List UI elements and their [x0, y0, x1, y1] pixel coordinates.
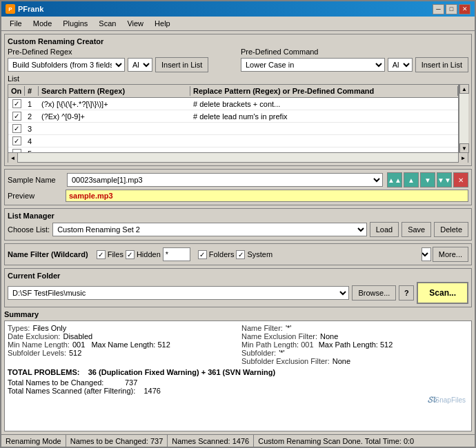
- files-checkbox[interactable]: [97, 250, 106, 259]
- nav-down-button[interactable]: ▼: [420, 172, 435, 187]
- status-names-to-change: Names to be Changed: 737: [66, 435, 168, 447]
- wildcard-input[interactable]: [163, 247, 190, 261]
- nav-down-down-button[interactable]: ▼▼: [437, 172, 452, 187]
- menu-file[interactable]: File: [4, 18, 28, 29]
- date-excl-label: Date Exclusion:: [8, 332, 60, 340]
- subfolder-levels-label: Subfolder Levels:: [8, 349, 66, 357]
- table-row[interactable]: 1 (?x) [\{\(\[+.*?[\]\}\)]+ # delete bra…: [8, 98, 458, 110]
- row1-replace: # delete brackets + cont...: [190, 99, 458, 109]
- name-filter-sum-label: Name Filter:: [241, 324, 283, 332]
- total-scanned-line: Total Names Scanned (after Filtering): 1…: [8, 387, 468, 395]
- col-on: On: [8, 86, 25, 96]
- scroll-right-button[interactable]: ►: [458, 153, 468, 163]
- list-manager-title: List Manager: [8, 212, 468, 220]
- col-num: #: [25, 86, 39, 96]
- load-button[interactable]: Load: [370, 222, 399, 237]
- current-folder-group: Current Folder D:\SF TestFiles\music Bro…: [4, 268, 472, 307]
- nav-up-up-button[interactable]: ▲▲: [387, 172, 402, 187]
- scan-button[interactable]: Scan...: [417, 282, 468, 304]
- browse-button[interactable]: Browse...: [352, 285, 396, 301]
- table-row[interactable]: 5: [8, 147, 458, 152]
- subfolder-label: Subfolder:: [241, 349, 276, 357]
- table-row[interactable]: 3: [8, 123, 458, 135]
- menu-plugins[interactable]: Plugins: [57, 18, 93, 29]
- h-scrollbar[interactable]: ◄ ►: [8, 153, 468, 163]
- col-replace: Replace Pattern (Regex) or Pre-Defined C…: [190, 86, 458, 96]
- hidden-checkbox[interactable]: [126, 250, 135, 259]
- maximize-button[interactable]: □: [446, 4, 457, 14]
- list-body: 1 (?x) [\{\(\[+.*?[\]\}\)]+ # delete bra…: [8, 98, 458, 152]
- row1-num: 1: [25, 99, 39, 109]
- status-message: Custom Renaming Scan Done. Total Time: 0…: [254, 435, 475, 447]
- name-filter-label: Name Filter (Wildcard): [8, 250, 88, 258]
- pre-defined-regex-all[interactable]: All: [128, 58, 152, 72]
- pre-defined-regex-insert-button[interactable]: Insert in List: [155, 57, 208, 72]
- scroll-down-button[interactable]: ▼: [459, 143, 469, 153]
- min-path-value: Max Path Length: 512: [317, 340, 393, 349]
- pre-defined-regex-label: Pre-Defined Regex: [8, 48, 235, 56]
- min-path-label: Min Path Length: 001: [241, 340, 314, 349]
- filter-checkboxes: Files Hidden Folders System: [97, 247, 272, 261]
- pre-defined-regex-dropdown[interactable]: Build Subfolders (from 3 fields s: [8, 58, 125, 72]
- row1-search: (?x) [\{\(\[+.*?[\]\}\)]+: [39, 99, 190, 109]
- name-filter-group: Name Filter (Wildcard) Files Hidden Fold…: [4, 243, 472, 265]
- subfolder-levels-value: 512: [69, 349, 81, 357]
- list-area: On # Search Pattern (Regex) Replace Patt…: [8, 84, 459, 153]
- table-row[interactable]: 2 (?Ex) ^[0-9]+ # delete lead num's in p…: [8, 110, 458, 123]
- total-scanned-label: Total Names Scanned (after Filtering):: [8, 387, 135, 395]
- scroll-up-button[interactable]: ▲: [459, 84, 469, 94]
- row5-checkbox[interactable]: [12, 149, 21, 152]
- more-button[interactable]: More...: [433, 247, 468, 262]
- sample-name-dropdown[interactable]: 00023sample[1].mp3: [67, 173, 383, 187]
- status-mode: Renaming Mode: [1, 435, 66, 447]
- name-filter-row: Name Filter (Wildcard) Files Hidden Fold…: [8, 247, 468, 262]
- list-manager-group: List Manager Choose List: Custom Renamin…: [4, 208, 472, 241]
- help-button[interactable]: ?: [399, 285, 414, 301]
- menu-mode[interactable]: Mode: [28, 18, 58, 29]
- list-scrollbar[interactable]: ▲ ▼: [459, 84, 468, 153]
- summary-section: Summary Types:Files Only Date Exclusion:…: [4, 310, 472, 431]
- close-button[interactable]: ✕: [459, 4, 470, 14]
- table-row[interactable]: 4: [8, 135, 458, 147]
- row2-search: (?Ex) ^[0-9]+: [39, 112, 190, 121]
- nav-delete-button[interactable]: ✕: [453, 172, 468, 187]
- pre-defined-command-insert-button[interactable]: Insert in List: [415, 57, 468, 72]
- menu-help[interactable]: Help: [149, 18, 176, 29]
- folders-checkbox[interactable]: [198, 250, 207, 259]
- row4-num: 4: [25, 136, 39, 146]
- name-excl-value: None: [320, 332, 338, 340]
- pre-defined-command-dropdown[interactable]: Lower Case in: [241, 58, 385, 72]
- minimize-button[interactable]: ─: [433, 4, 444, 14]
- row2-num: 2: [25, 112, 39, 121]
- hidden-label: Hidden: [137, 250, 161, 258]
- save-button[interactable]: Save: [401, 222, 431, 237]
- row4-replace: [190, 141, 458, 142]
- nav-up-button[interactable]: ▲: [404, 172, 419, 187]
- menu-view[interactable]: View: [121, 18, 149, 29]
- subfolder-value: '*': [279, 349, 284, 357]
- pre-defined-command-all[interactable]: All: [388, 58, 413, 72]
- row4-checkbox[interactable]: [12, 136, 21, 145]
- filter-extra-dropdown[interactable]: [422, 247, 431, 261]
- title-bar-controls: ─ □ ✕: [433, 4, 470, 14]
- scroll-left-button[interactable]: ◄: [8, 153, 18, 163]
- delete-button[interactable]: Delete: [434, 222, 468, 237]
- system-checkbox[interactable]: [236, 250, 245, 259]
- custom-renaming-title: Custom Renaming Creator: [8, 37, 468, 45]
- summary-grid: Types:Files Only Date Exclusion:Disabled…: [8, 324, 468, 365]
- total-problems-value: 36 (Duplication Fixed Warning) + 361 (SV…: [88, 368, 275, 376]
- pre-defined-regex-section: Pre-Defined Regex Build Subfolders (from…: [8, 48, 235, 72]
- sample-name-row: Sample Name 00023sample[1].mp3 ▲▲ ▲ ▼ ▼▼…: [8, 172, 468, 187]
- preview-label: Preview: [8, 192, 63, 200]
- choose-list-dropdown[interactable]: Custom Renaming Set 2: [52, 223, 366, 236]
- pre-defined-command-label: Pre-Defined Command: [241, 48, 468, 56]
- row3-checkbox[interactable]: [12, 124, 21, 133]
- menu-scan[interactable]: Scan: [93, 18, 121, 29]
- row2-checkbox[interactable]: [12, 112, 21, 121]
- row1-checkbox[interactable]: [12, 99, 21, 108]
- preview-row: Preview sample.mp3: [8, 190, 468, 202]
- scroll-track: [459, 94, 468, 143]
- summary-box: Types:Files Only Date Exclusion:Disabled…: [4, 320, 472, 431]
- main-window: P PFrank ─ □ ✕ File Mode Plugins Scan Vi…: [0, 0, 476, 448]
- folder-path-dropdown[interactable]: D:\SF TestFiles\music: [8, 286, 349, 300]
